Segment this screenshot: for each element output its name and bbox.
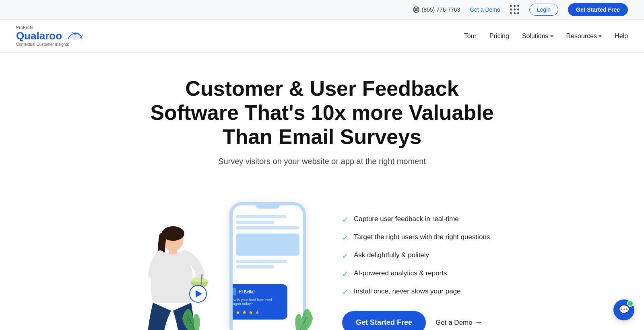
kangaroo-icon [64,31,85,42]
hero-title: Customer & User Feedback Software That's… [141,77,503,149]
chat-bubble-icon: 💬 [619,305,630,315]
play-triangle-icon [196,290,202,297]
phone-number: ☎ (855) 776-7763 [413,6,460,13]
hero-body: Hi Bella! How is your food from Red Drag… [0,198,644,330]
qualaroo-text: Qualaroo [16,30,62,42]
survey-popup: Hi Bella! How is your food from Red Drag… [229,284,287,320]
cta-area: Get Started Free Get a Demo → [342,311,519,330]
checkmark-icon-3: ✓ [342,252,348,260]
feature-item-4: ✓ AI-powered analytics & reports [342,269,519,279]
phone-content-line [236,226,299,230]
phone-content-line [236,215,287,218]
logo-area[interactable]: ProProfs Qualaroo Contextual Customer In… [16,25,85,47]
nav-solutions[interactable]: Solutions [522,33,553,40]
feature-item-2: ✓ Target the right users with the right … [342,233,519,242]
survey-popup-header: Hi Bella! [229,288,283,295]
resources-chevron-icon [599,35,602,37]
nav-pricing[interactable]: Pricing [489,33,509,40]
star-5: ★ [255,309,260,316]
checkmark-icon-4: ✓ [342,270,348,279]
star-3: ★ [242,309,247,316]
logo-tagline: Contextual Customer Insights [16,42,85,47]
phone-content-line [236,260,287,263]
solutions-chevron-icon [550,35,553,37]
get-started-top-button[interactable]: Get Started Free [568,3,628,16]
topbar-get-demo-link[interactable]: Get a Demo [470,6,500,13]
survey-stars: ★ ★ ★ ★ ★ [229,309,283,316]
topbar: ☎ (855) 776-7763 Get a Demo Login Get St… [0,0,644,20]
star-4: ★ [248,309,254,316]
nav-help[interactable]: Help [615,33,628,40]
chat-widget[interactable]: 💬 [613,299,634,320]
survey-avatar-icon [229,288,236,295]
nav-resources[interactable]: Resources [566,33,602,40]
nav-tour[interactable]: Tour [464,33,477,40]
phone-content-line [236,221,274,224]
apps-grid-icon[interactable] [510,5,520,14]
feature-item-1: ✓ Capture user feedback in real-time [342,215,519,224]
survey-greeting: Hi Bella! [239,290,255,294]
feature-item-3: ✓ Ask delightfully & politely [342,251,519,260]
feature-item-5: ✓ Install once, never slows your page [342,287,519,297]
proprofs-label: ProProfs [16,25,85,30]
hero-subtitle: Survey visitors on your website or app a… [32,157,612,166]
login-button[interactable]: Login [529,4,558,16]
phone-content-line [236,265,274,269]
nav-links: Tour Pricing Solutions Resources Help [464,33,628,40]
svg-line-4 [201,275,202,285]
brand-logo: Qualaroo [16,30,85,42]
survey-question: How is your food from Red Dragon today? [229,298,283,306]
svg-point-0 [74,32,76,34]
phone-notch [256,205,280,209]
get-started-main-button[interactable]: Get Started Free [342,311,426,330]
phone-mockup-area: Hi Bella! How is your food from Red Drag… [125,198,318,330]
arrow-right-icon: → [475,318,482,327]
hero-section: Customer & User Feedback Software That's… [0,53,644,198]
star-2: ★ [235,309,241,316]
phone-screen [233,212,303,274]
phone-icon: ☎ [413,6,419,13]
get-demo-button[interactable]: Get a Demo → [436,318,482,327]
feature-list: ✓ Capture user feedback in real-time ✓ T… [342,215,519,330]
checkmark-icon-2: ✓ [342,234,348,242]
phone-content-rect [236,234,299,256]
checkmark-icon-5: ✓ [342,288,348,297]
navbar: ProProfs Qualaroo Contextual Customer In… [0,20,644,53]
svg-rect-5 [169,250,177,254]
checkmark-icon-1: ✓ [342,215,348,224]
star-1: ★ [229,309,234,316]
